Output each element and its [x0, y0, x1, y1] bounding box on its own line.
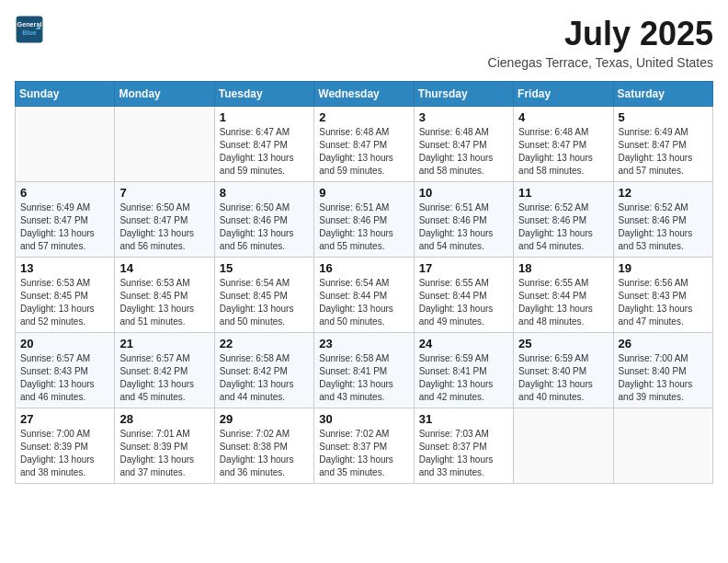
main-title: July 2025: [488, 15, 713, 53]
day-info: Sunrise: 7:02 AMSunset: 8:38 PMDaylight:…: [220, 428, 309, 479]
day-info: Sunrise: 6:55 AMSunset: 8:44 PMDaylight:…: [419, 277, 508, 328]
calendar-cell: [514, 408, 613, 484]
calendar-cell: 31Sunrise: 7:03 AMSunset: 8:37 PMDayligh…: [414, 408, 513, 484]
calendar-cell: 2Sunrise: 6:48 AMSunset: 8:47 PMDaylight…: [314, 107, 414, 182]
calendar-cell: 1Sunrise: 6:47 AMSunset: 8:47 PMDaylight…: [214, 107, 313, 182]
day-number: 28: [119, 412, 209, 426]
day-info: Sunrise: 6:51 AMSunset: 8:46 PMDaylight:…: [419, 201, 508, 253]
subtitle: Cienegas Terrace, Texas, United States: [488, 55, 713, 70]
calendar-cell: [115, 107, 214, 182]
calendar-week-4: 20Sunrise: 6:57 AMSunset: 8:43 PMDayligh…: [16, 333, 713, 408]
calendar-cell: 27Sunrise: 7:00 AMSunset: 8:39 PMDayligh…: [16, 408, 115, 484]
weekday-header-thursday: Thursday: [414, 82, 513, 107]
day-info: Sunrise: 6:50 AMSunset: 8:47 PMDaylight:…: [119, 201, 209, 253]
day-info: Sunrise: 7:02 AMSunset: 8:37 PMDaylight:…: [319, 428, 408, 479]
day-info: Sunrise: 6:50 AMSunset: 8:46 PMDaylight:…: [220, 201, 309, 253]
day-number: 31: [419, 412, 508, 426]
weekday-header-tuesday: Tuesday: [214, 82, 313, 107]
calendar-cell: 22Sunrise: 6:58 AMSunset: 8:42 PMDayligh…: [214, 333, 313, 408]
weekday-header-sunday: Sunday: [16, 82, 115, 107]
day-number: 4: [518, 110, 608, 124]
calendar-week-3: 13Sunrise: 6:53 AMSunset: 8:45 PMDayligh…: [16, 258, 713, 333]
calendar-cell: 17Sunrise: 6:55 AMSunset: 8:44 PMDayligh…: [414, 258, 513, 333]
calendar-cell: [16, 107, 115, 182]
weekday-header-row: SundayMondayTuesdayWednesdayThursdayFrid…: [16, 82, 713, 107]
calendar-cell: 21Sunrise: 6:57 AMSunset: 8:42 PMDayligh…: [115, 333, 214, 408]
calendar-cell: 25Sunrise: 6:59 AMSunset: 8:40 PMDayligh…: [514, 333, 613, 408]
title-block: July 2025 Cienegas Terrace, Texas, Unite…: [488, 15, 713, 70]
calendar-cell: 9Sunrise: 6:51 AMSunset: 8:46 PMDaylight…: [314, 182, 414, 258]
calendar-cell: 28Sunrise: 7:01 AMSunset: 8:39 PMDayligh…: [115, 408, 214, 484]
day-number: 24: [419, 337, 508, 350]
weekday-header-wednesday: Wednesday: [314, 82, 414, 107]
weekday-header-monday: Monday: [115, 82, 214, 107]
day-info: Sunrise: 6:57 AMSunset: 8:43 PMDaylight:…: [20, 352, 109, 404]
day-info: Sunrise: 7:03 AMSunset: 8:37 PMDaylight:…: [419, 428, 508, 479]
day-info: Sunrise: 6:57 AMSunset: 8:42 PMDaylight:…: [119, 352, 209, 404]
calendar-cell: 10Sunrise: 6:51 AMSunset: 8:46 PMDayligh…: [414, 182, 513, 258]
day-info: Sunrise: 6:47 AMSunset: 8:47 PMDaylight:…: [220, 126, 309, 178]
day-number: 21: [119, 337, 209, 350]
calendar-table: SundayMondayTuesdayWednesdayThursdayFrid…: [15, 81, 713, 484]
day-number: 18: [518, 261, 608, 275]
day-number: 2: [319, 110, 408, 124]
calendar-week-1: 1Sunrise: 6:47 AMSunset: 8:47 PMDaylight…: [16, 107, 713, 182]
day-number: 3: [419, 110, 508, 124]
day-number: 11: [518, 186, 608, 200]
day-number: 22: [220, 337, 309, 350]
calendar-cell: 19Sunrise: 6:56 AMSunset: 8:43 PMDayligh…: [613, 258, 712, 333]
calendar-cell: 5Sunrise: 6:49 AMSunset: 8:47 PMDaylight…: [613, 107, 712, 182]
day-info: Sunrise: 6:54 AMSunset: 8:45 PMDaylight:…: [220, 277, 309, 328]
day-number: 23: [319, 337, 408, 350]
day-number: 1: [220, 110, 309, 124]
calendar-cell: 18Sunrise: 6:55 AMSunset: 8:44 PMDayligh…: [514, 258, 613, 333]
day-number: 9: [319, 186, 408, 200]
calendar-cell: 29Sunrise: 7:02 AMSunset: 8:38 PMDayligh…: [214, 408, 313, 484]
calendar-cell: 13Sunrise: 6:53 AMSunset: 8:45 PMDayligh…: [16, 258, 115, 333]
day-number: 15: [220, 261, 309, 275]
calendar-cell: 7Sunrise: 6:50 AMSunset: 8:47 PMDaylight…: [115, 182, 214, 258]
day-info: Sunrise: 6:59 AMSunset: 8:41 PMDaylight:…: [419, 352, 508, 404]
calendar-week-5: 27Sunrise: 7:00 AMSunset: 8:39 PMDayligh…: [16, 408, 713, 484]
day-number: 20: [20, 337, 109, 350]
weekday-header-friday: Friday: [514, 82, 613, 107]
day-info: Sunrise: 6:48 AMSunset: 8:47 PMDaylight:…: [518, 126, 608, 178]
day-info: Sunrise: 6:56 AMSunset: 8:43 PMDaylight:…: [619, 277, 708, 328]
day-info: Sunrise: 6:49 AMSunset: 8:47 PMDaylight:…: [20, 201, 109, 253]
page-header: General Blue July 2025 Cienegas Terrace,…: [15, 15, 713, 70]
day-info: Sunrise: 6:52 AMSunset: 8:46 PMDaylight:…: [518, 201, 608, 253]
day-number: 25: [518, 337, 608, 350]
day-number: 8: [220, 186, 309, 200]
day-number: 6: [20, 186, 109, 200]
day-info: Sunrise: 7:00 AMSunset: 8:40 PMDaylight:…: [619, 352, 708, 404]
day-info: Sunrise: 6:48 AMSunset: 8:47 PMDaylight:…: [319, 126, 408, 178]
day-number: 10: [419, 186, 508, 200]
day-info: Sunrise: 6:51 AMSunset: 8:46 PMDaylight:…: [319, 201, 408, 253]
calendar-cell: 12Sunrise: 6:52 AMSunset: 8:46 PMDayligh…: [613, 182, 712, 258]
day-number: 12: [619, 186, 708, 200]
calendar-cell: 26Sunrise: 7:00 AMSunset: 8:40 PMDayligh…: [613, 333, 712, 408]
day-info: Sunrise: 6:55 AMSunset: 8:44 PMDaylight:…: [518, 277, 608, 328]
calendar-cell: 8Sunrise: 6:50 AMSunset: 8:46 PMDaylight…: [214, 182, 313, 258]
calendar-cell: 6Sunrise: 6:49 AMSunset: 8:47 PMDaylight…: [16, 182, 115, 258]
day-number: 16: [319, 261, 408, 275]
day-info: Sunrise: 6:59 AMSunset: 8:40 PMDaylight:…: [518, 352, 608, 404]
day-number: 13: [20, 261, 109, 275]
day-info: Sunrise: 6:53 AMSunset: 8:45 PMDaylight:…: [20, 277, 109, 328]
weekday-header-saturday: Saturday: [613, 82, 712, 107]
day-info: Sunrise: 6:54 AMSunset: 8:44 PMDaylight:…: [319, 277, 408, 328]
calendar-cell: 30Sunrise: 7:02 AMSunset: 8:37 PMDayligh…: [314, 408, 414, 484]
day-number: 26: [619, 337, 708, 350]
day-number: 29: [220, 412, 309, 426]
day-number: 19: [619, 261, 708, 275]
day-number: 14: [119, 261, 209, 275]
day-info: Sunrise: 6:52 AMSunset: 8:46 PMDaylight:…: [619, 201, 708, 253]
logo: General Blue: [15, 15, 44, 44]
day-info: Sunrise: 6:58 AMSunset: 8:41 PMDaylight:…: [319, 352, 408, 404]
day-info: Sunrise: 7:00 AMSunset: 8:39 PMDaylight:…: [20, 428, 109, 479]
day-number: 5: [619, 110, 708, 124]
day-info: Sunrise: 6:53 AMSunset: 8:45 PMDaylight:…: [119, 277, 209, 328]
day-info: Sunrise: 6:49 AMSunset: 8:47 PMDaylight:…: [619, 126, 708, 178]
calendar-cell: 14Sunrise: 6:53 AMSunset: 8:45 PMDayligh…: [115, 258, 214, 333]
day-info: Sunrise: 6:48 AMSunset: 8:47 PMDaylight:…: [419, 126, 508, 178]
